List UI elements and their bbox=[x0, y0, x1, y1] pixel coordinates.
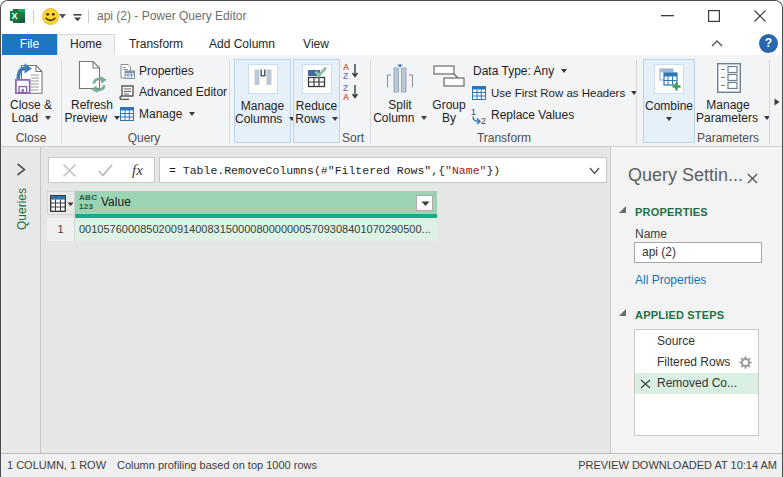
svg-text:1: 1 bbox=[471, 107, 476, 117]
svg-text:2: 2 bbox=[481, 116, 486, 125]
svg-text:Z: Z bbox=[343, 71, 348, 81]
svg-text:X: X bbox=[11, 11, 17, 21]
svg-text:A: A bbox=[343, 92, 349, 100]
